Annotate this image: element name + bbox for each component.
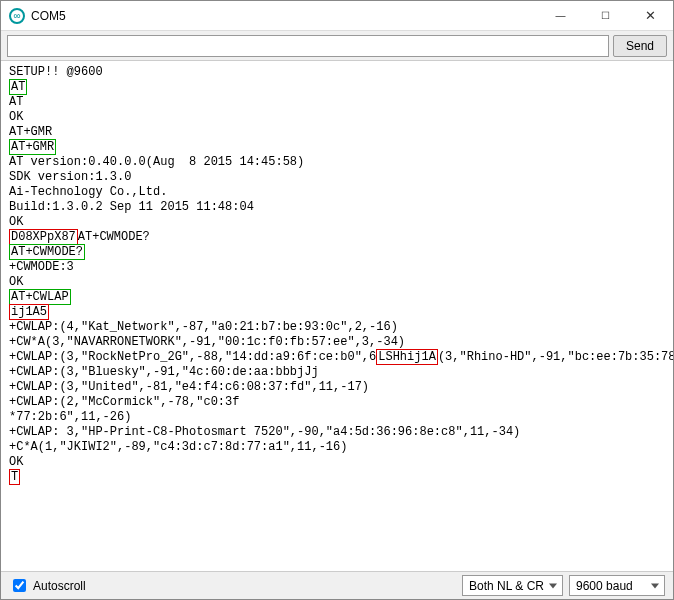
terminal-line: OK xyxy=(9,110,665,125)
terminal-line: +CWLAP:(2,"McCormick",-78,"c0:3f xyxy=(9,395,665,410)
autoscroll-label: Autoscroll xyxy=(33,579,86,593)
terminal-line: AT+CWMODE? xyxy=(9,245,665,260)
baud-rate-select[interactable]: 9600 baud xyxy=(569,575,665,596)
terminal-line: +CWLAP:(3,"Bluesky",-91,"4c:60:de:aa:bbb… xyxy=(9,365,665,380)
terminal-line: AT xyxy=(9,80,665,95)
line-ending-select[interactable]: Both NL & CR xyxy=(462,575,563,596)
terminal-line: T xyxy=(9,470,665,485)
arduino-icon xyxy=(9,8,25,24)
terminal-line: Build:1.3.0.2 Sep 11 2015 11:48:04 xyxy=(9,200,665,215)
close-button[interactable]: ✕ xyxy=(628,1,673,30)
terminal-line: OK xyxy=(9,455,665,470)
terminal-line: AT xyxy=(9,95,665,110)
terminal-line: SDK version:1.3.0 xyxy=(9,170,665,185)
terminal-line: +CW*A(3,"NAVARRONETWORK",-91,"00:1c:f0:f… xyxy=(9,335,665,350)
autoscroll-checkbox[interactable] xyxy=(13,579,26,592)
terminal-line: +C*A(1,"JKIWI2",-89,"c4:3d:c7:8d:77:a1",… xyxy=(9,440,665,455)
terminal-line: +CWLAP:(4,"Kat_Network",-87,"a0:21:b7:be… xyxy=(9,320,665,335)
window-controls: — ☐ ✕ xyxy=(538,1,673,30)
terminal-line: SETUP!! @9600 xyxy=(9,65,665,80)
terminal-line: *77:2b:6",11,-26) xyxy=(9,410,665,425)
terminal-line: Ai-Technology Co.,Ltd. xyxy=(9,185,665,200)
toolbar: Send xyxy=(1,31,673,61)
terminal-line: +CWLAP: 3,"HP-Print-C8-Photosmart 7520",… xyxy=(9,425,665,440)
baud-rate-value: 9600 baud xyxy=(576,579,633,593)
minimize-button[interactable]: — xyxy=(538,1,583,30)
terminal-line: AT+GMR xyxy=(9,140,665,155)
terminal-line: +CWLAP:(3,"United",-81,"e4:f4:c6:08:37:f… xyxy=(9,380,665,395)
terminal-line: +CWMODE:3 xyxy=(9,260,665,275)
maximize-button[interactable]: ☐ xyxy=(583,1,628,30)
serial-output[interactable]: SETUP!! @9600ATATOKAT+GMRAT+GMRAT versio… xyxy=(1,61,673,571)
titlebar: COM5 — ☐ ✕ xyxy=(1,1,673,31)
terminal-line: D08XPpX87AT+CWMODE? xyxy=(9,230,665,245)
autoscroll-toggle[interactable]: Autoscroll xyxy=(9,576,86,595)
terminal-line: +CWLAP:(3,"RockNetPro_2G",-88,"14:dd:a9:… xyxy=(9,350,665,365)
window-title: COM5 xyxy=(31,9,66,23)
terminal-line: AT+GMR xyxy=(9,125,665,140)
send-button[interactable]: Send xyxy=(613,35,667,57)
bottombar: Autoscroll Both NL & CR 9600 baud xyxy=(1,571,673,599)
terminal-line: ij1A5 xyxy=(9,305,665,320)
command-input[interactable] xyxy=(7,35,609,57)
terminal-line: OK xyxy=(9,215,665,230)
terminal-line: AT version:0.40.0.0(Aug 8 2015 14:45:58) xyxy=(9,155,665,170)
terminal-line: OK xyxy=(9,275,665,290)
line-ending-value: Both NL & CR xyxy=(469,579,544,593)
terminal-line: AT+CWLAP xyxy=(9,290,665,305)
